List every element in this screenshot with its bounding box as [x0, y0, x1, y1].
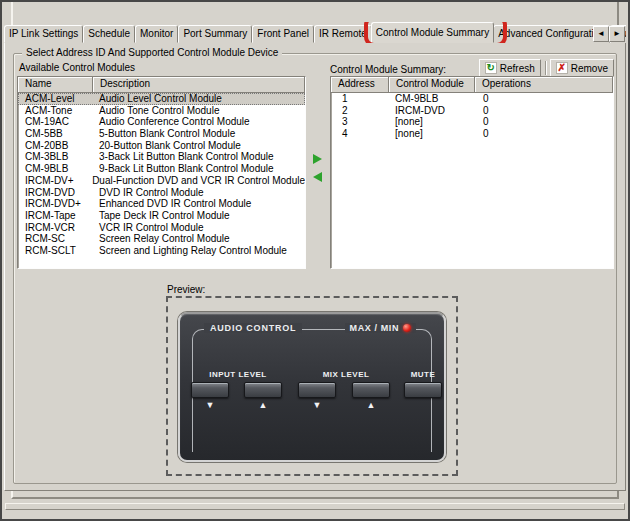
list-item[interactable]: CM-9BLB9-Back Lit Button Blank Control M…: [18, 163, 305, 175]
toolbar-separator: [545, 61, 546, 75]
list-item[interactable]: RCM-SCScreen Relay Control Module: [18, 233, 305, 245]
preview-area: AUDIO CONTROL MAX / MIN INPUT LEVEL MIX …: [166, 296, 458, 476]
input-level-down-button: [191, 382, 229, 398]
mix-level-label: MIX LEVEL: [323, 370, 370, 379]
list-item[interactable]: CM-5BB5-Button Blank Control Module: [18, 128, 305, 140]
tab-monitor[interactable]: Monitor: [135, 25, 178, 43]
remove-button[interactable]: ✗ Remove: [550, 59, 614, 77]
column-header-control-module[interactable]: Control Module: [389, 77, 475, 93]
remove-button-label: Remove: [571, 63, 608, 74]
list-item[interactable]: CM-3BLB3-Back Lit Button Blank Control M…: [18, 151, 305, 163]
bottom-strip: [5, 503, 625, 510]
summary-list-header: Address Control Module Operations: [331, 77, 613, 93]
tab-control-module-summary[interactable]: Control Module Summary: [371, 22, 494, 43]
list-item[interactable]: CM-20BB20-Button Blank Control Module: [18, 140, 305, 152]
column-header-description[interactable]: Description: [93, 77, 305, 93]
group-box: Select Address ID And Supported Control …: [13, 53, 617, 484]
column-header-name[interactable]: Name: [18, 77, 93, 93]
list-item[interactable]: ACM-ToneAudio Tone Control Module: [18, 105, 305, 117]
tab-port-summary[interactable]: Port Summary: [178, 25, 252, 43]
tab-schedule[interactable]: Schedule: [83, 25, 135, 43]
input-level-up-button: [244, 382, 282, 398]
table-row[interactable]: 1 CM-9BLB 0: [331, 93, 613, 105]
tab-ip-link-settings[interactable]: IP Link Settings: [4, 25, 83, 43]
tab-scroll-left-icon[interactable]: ◄: [593, 26, 609, 42]
list-item[interactable]: IRCM-DVDDVD IR Control Module: [18, 187, 305, 199]
mute-label: MUTE: [411, 370, 436, 379]
down-arrow-icon: ▼: [313, 400, 322, 410]
column-header-operations[interactable]: Operations: [475, 77, 613, 93]
list-item[interactable]: IRCM-TapeTape Deck IR Control Module: [18, 210, 305, 222]
input-level-label: INPUT LEVEL: [209, 370, 267, 379]
table-row[interactable]: 3 [none] 0: [331, 116, 613, 128]
available-modules-label: Available Control Modules: [19, 62, 135, 73]
remove-module-arrow-icon[interactable]: [313, 172, 322, 182]
group-box-title: Select Address ID And Supported Control …: [22, 47, 282, 58]
audio-control-panel-preview: AUDIO CONTROL MAX / MIN INPUT LEVEL MIX …: [178, 312, 446, 462]
panel-title: AUDIO CONTROL: [204, 323, 302, 333]
max-min-indicator: MAX / MIN: [345, 323, 416, 333]
available-list-header: Name Description: [18, 77, 305, 93]
column-header-address[interactable]: Address: [331, 77, 389, 93]
summary-list[interactable]: Address Control Module Operations 1 CM-9…: [330, 76, 614, 269]
available-modules-list[interactable]: Name Description ACM-LevelAudio Level Co…: [17, 76, 306, 269]
list-item[interactable]: ACM-LevelAudio Level Control Module: [18, 93, 305, 105]
list-item[interactable]: CM-19ACAudio Conference Control Module: [18, 116, 305, 128]
list-item[interactable]: IRCM-DVD+Enhanced DVD IR Control Module: [18, 198, 305, 210]
mix-level-up-button: [352, 382, 390, 398]
summary-label: Control Module Summary:: [330, 64, 446, 75]
tab-control-module-summary-label: Control Module Summary: [376, 27, 489, 38]
tab-front-panel[interactable]: Front Panel: [252, 25, 314, 43]
list-item[interactable]: RCM-SCLTScreen and Lighting Relay Contro…: [18, 245, 305, 257]
max-min-label: MAX / MIN: [350, 323, 399, 333]
refresh-button[interactable]: ↻ Refresh: [479, 59, 541, 77]
list-item[interactable]: IRCM-DV+Dual-Function DVD and VCR IR Con…: [18, 175, 305, 187]
remove-icon: ✗: [556, 62, 568, 74]
mute-button-preview: [404, 382, 442, 398]
summary-toolbar: ↻ Refresh ✗ Remove: [479, 59, 614, 77]
dialog-window: IP Link Settings Schedule Monitor Port S…: [0, 0, 630, 521]
up-arrow-icon: ▲: [259, 400, 268, 410]
up-arrow-icon: ▲: [367, 400, 376, 410]
add-module-arrow-icon[interactable]: [313, 154, 322, 164]
refresh-button-label: Refresh: [500, 63, 535, 74]
tab-scroll-right-icon[interactable]: ►: [609, 26, 625, 42]
down-arrow-icon: ▼: [206, 400, 215, 410]
tab-page: Select Address ID And Supported Control …: [4, 42, 626, 491]
table-row[interactable]: 2 IRCM-DVD 0: [331, 105, 613, 117]
tab-bar: IP Link Settings Schedule Monitor Port S…: [4, 22, 626, 43]
table-row[interactable]: 4 [none] 0: [331, 128, 613, 140]
refresh-icon: ↻: [485, 62, 497, 74]
led-icon: [403, 324, 411, 332]
preview-label: Preview:: [167, 284, 205, 295]
list-item[interactable]: IRCM-VCRVCR IR Control Module: [18, 222, 305, 234]
tab-ir-remote[interactable]: IR Remote: [314, 25, 372, 43]
tab-scroll-buttons: ◄ ►: [593, 26, 625, 42]
mix-level-down-button: [298, 382, 336, 398]
